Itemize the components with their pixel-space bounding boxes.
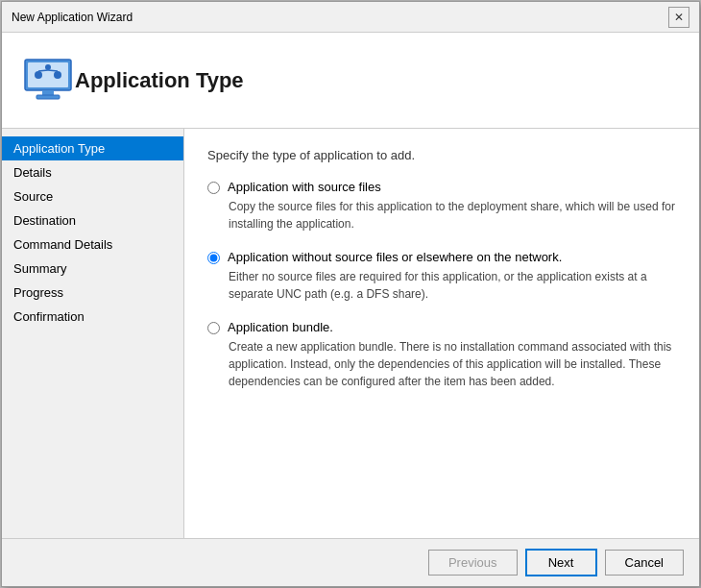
- option-label-nosource[interactable]: Application without source files or else…: [228, 250, 562, 264]
- option-desc-bundle: Create a new application bundle. There i…: [229, 338, 676, 390]
- option-label-bundle[interactable]: Application bundle.: [228, 320, 333, 334]
- option-row-source: Application with source files: [207, 180, 676, 194]
- radio-application-with-source[interactable]: [207, 182, 220, 194]
- page-title: Application Type: [75, 68, 244, 93]
- sidebar-item-destination[interactable]: Destination: [2, 208, 183, 233]
- main-content: Application Type Details Source Destinat…: [2, 129, 699, 538]
- close-button[interactable]: ✕: [668, 7, 689, 28]
- content-area: Specify the type of application to add. …: [184, 129, 699, 538]
- option-group-nosource: Application without source files or else…: [207, 250, 676, 303]
- sidebar-item-confirmation[interactable]: Confirmation: [2, 305, 183, 329]
- previous-button[interactable]: Previous: [428, 550, 518, 576]
- dialog-title: New Application Wizard: [12, 11, 133, 24]
- svg-rect-8: [36, 95, 60, 99]
- next-button[interactable]: Next: [525, 549, 597, 576]
- option-group-bundle: Application bundle. Create a new applica…: [207, 320, 676, 390]
- sidebar: Application Type Details Source Destinat…: [2, 129, 184, 538]
- svg-point-2: [35, 71, 42, 79]
- new-application-wizard-dialog: New Application Wizard ✕ Application Typ…: [1, 1, 700, 587]
- footer: Previous Next Cancel: [2, 538, 699, 586]
- cancel-button[interactable]: Cancel: [605, 550, 684, 576]
- application-type-icon: [21, 54, 75, 108]
- sidebar-item-progress[interactable]: Progress: [2, 281, 183, 305]
- svg-rect-7: [42, 90, 54, 95]
- sidebar-item-application-type[interactable]: Application Type: [2, 136, 183, 160]
- sidebar-item-source[interactable]: Source: [2, 184, 183, 208]
- option-desc-source: Copy the source files for this applicati…: [229, 198, 676, 233]
- option-row-nosource: Application without source files or else…: [207, 250, 676, 264]
- option-row-bundle: Application bundle.: [207, 320, 676, 334]
- option-desc-nosource: Either no source files are required for …: [229, 268, 676, 303]
- option-label-source[interactable]: Application with source files: [228, 180, 381, 194]
- svg-line-5: [38, 70, 48, 71]
- sidebar-item-summary[interactable]: Summary: [2, 257, 183, 281]
- svg-point-3: [54, 71, 61, 79]
- sidebar-item-command-details[interactable]: Command Details: [2, 233, 183, 257]
- radio-application-bundle[interactable]: [207, 322, 220, 334]
- title-bar: New Application Wizard ✕: [2, 2, 699, 33]
- instruction-text: Specify the type of application to add.: [207, 148, 676, 162]
- sidebar-item-details[interactable]: Details: [2, 160, 183, 184]
- radio-application-without-source[interactable]: [207, 252, 220, 264]
- option-group-source: Application with source files Copy the s…: [207, 180, 676, 233]
- header-section: Application Type: [2, 33, 699, 129]
- svg-point-4: [45, 64, 51, 70]
- svg-line-6: [48, 70, 58, 71]
